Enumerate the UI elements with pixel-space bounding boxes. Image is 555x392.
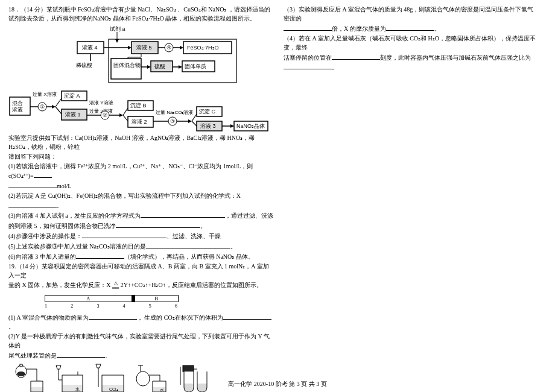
blank-18-5[interactable]	[146, 241, 230, 248]
q19-header: 19.（14 分）某容积固定的密闭容器由可移动的活塞隔成 A、B 两室，向 B …	[8, 262, 274, 280]
q18-p5: (5)上述实验步骤③中加入过量 Na₂CO₃溶液的目的是。	[8, 241, 274, 251]
svg-text:沉淀 A: 沉淀 A	[64, 93, 80, 99]
svg-text:③: ③	[170, 118, 175, 124]
apparatus-d: 水 D	[135, 363, 168, 392]
piston-room-b: B	[135, 296, 178, 302]
sol4: 溶液 4	[82, 45, 98, 51]
svg-text:①: ①	[40, 104, 45, 110]
q19-p3: （3）实验测得反应后 A 室混合气体的质量为 48g，则该混合气体的密度是同温同…	[284, 5, 537, 23]
q18-p3: (3)向溶液 4 加入试剂 a，发生反应的化学方程式为，通过过滤、洗涤	[8, 210, 274, 220]
solid-elem: 固体单质	[185, 63, 206, 69]
apparatus-b: 水 B	[53, 363, 86, 392]
blank-18-6[interactable]	[76, 251, 124, 259]
feso4: FeSO₄·7H₂O	[187, 45, 219, 51]
svg-line-56	[192, 121, 197, 126]
q18-p4: (4)步骤④中涉及的操作是：、过滤、洗涤、干燥	[8, 231, 274, 241]
blank-19-3b[interactable]	[386, 24, 434, 31]
svg-rect-66	[31, 387, 43, 392]
svg-text:②: ②	[103, 112, 107, 118]
q18-p2: (2)若沉淀 A 是 Cu(OH)₂、Fe(OH)₂的混合物，写出实验流程中下列…	[8, 191, 274, 210]
svg-text:溶液 2: 溶液 2	[132, 119, 147, 125]
q19-p2b: 尾气处理装置的是。	[8, 350, 274, 360]
op4: ④	[166, 45, 171, 51]
q18-p1: (1)若该混合溶液中，测得 Fe²⁺浓度为 2 mol/L，Cu²⁺、Na⁺ 、…	[8, 162, 274, 180]
blank-19-2[interactable]	[57, 350, 105, 358]
blank-18-3a[interactable]	[141, 210, 225, 218]
svg-marker-60	[230, 124, 234, 128]
svg-marker-7	[180, 46, 183, 49]
svg-text:沉淀 B: 沉淀 B	[130, 103, 147, 109]
blank-18-4[interactable]	[82, 231, 166, 238]
svg-marker-50	[188, 119, 192, 123]
dil-h2so4: 稀硫酸	[76, 62, 92, 68]
svg-text:混合: 混合	[12, 100, 23, 106]
q18-diagram-lower: 混合 溶液 过量 X溶液 ① 沉淀 A 溶液 1 溶液 Y溶液 过量 2溶液 ②	[8, 89, 268, 133]
q19-header2: 量的 X 固体，加热，发生化学反应：X △ ══ 2Y↑+CO₂↑+H₂O↑，反…	[8, 280, 274, 291]
svg-marker-21	[179, 65, 182, 69]
svg-text:溶液 Y溶液: 溶液 Y溶液	[89, 100, 113, 106]
q19-p2a: (2)Y 是一种极易溶于水的有刺激性气味气体，实验室需要进行尾气处理，下列装置可…	[8, 332, 274, 350]
svg-rect-76	[197, 384, 207, 391]
blank-19-4a[interactable]	[332, 52, 380, 60]
svg-point-64	[17, 371, 25, 376]
svg-text:CCl₄: CCl₄	[109, 387, 118, 391]
q18-answer-prompt: 请回答下列问题：	[8, 152, 274, 161]
left-column: 18．（14 分）某试剂瓶中 FeSO₄溶液中含有少量 NaCl、Na₂SO₄ …	[8, 5, 274, 379]
svg-text:沉淀 C: 沉淀 C	[199, 109, 216, 115]
svg-rect-75	[184, 384, 194, 391]
q18-reagents: 实验室只提供如下试剂：Ca(OH)₂溶液，NaOH 溶液，AgNO₃溶液，BaC…	[8, 133, 274, 151]
apparatus-e: E	[176, 363, 209, 392]
svg-line-33	[56, 107, 62, 114]
h2so4: 硫酸	[154, 63, 165, 69]
blank-18-2[interactable]	[8, 200, 57, 207]
apparatus-c: CCl₄ C	[94, 363, 127, 392]
svg-marker-27	[52, 105, 56, 109]
blank-18-3b[interactable]	[116, 221, 200, 228]
blank-19-1b[interactable]	[223, 312, 271, 320]
excessX: 过量 X溶液	[33, 92, 57, 97]
svg-text:溶液 1: 溶液 1	[65, 112, 81, 118]
svg-marker-4	[128, 46, 132, 49]
svg-text:过量 Na₂CO₃溶液: 过量 Na₂CO₃溶液	[156, 110, 193, 115]
svg-point-71	[136, 371, 150, 386]
svg-marker-1	[115, 39, 119, 43]
svg-marker-39	[119, 113, 123, 117]
svg-rect-74	[183, 365, 194, 371]
piston-diagram: A B	[45, 295, 179, 302]
svg-text:NaNO₃晶体: NaNO₃晶体	[236, 123, 265, 129]
svg-line-30	[56, 98, 62, 107]
blank-19-1a[interactable]	[89, 312, 137, 320]
sol5: 溶液 5	[136, 45, 152, 51]
blank-18-1[interactable]	[34, 171, 52, 178]
apparatus-a: A	[12, 363, 45, 392]
svg-line-42	[123, 108, 128, 115]
reagent-a-label: 试剂 a	[110, 26, 125, 32]
q18-p6: (6)向溶液 3 中加入适量的（填化学式），再结晶，从而获得 NaNO₃ 晶体。	[8, 251, 274, 261]
blank-18-1b[interactable]	[8, 181, 57, 188]
svg-text:水: 水	[75, 387, 80, 391]
svg-line-45	[123, 115, 128, 121]
q19-p1: (1) A 室混合气体的物质的量为， 生成的 CO₂在标况下的体积为。	[8, 312, 274, 331]
svg-text:溶液 3: 溶液 3	[200, 123, 216, 129]
svg-text:水: 水	[160, 388, 164, 392]
piston-room-a: A	[45, 296, 132, 302]
svg-marker-18	[147, 65, 151, 69]
q18-header: 18．（14 分）某试剂瓶中 FeSO₄溶液中含有少量 NaCl、Na₂SO₄ …	[8, 5, 274, 23]
svg-text:溶液: 溶液	[12, 107, 23, 113]
svg-rect-65	[20, 364, 22, 367]
piston-scale: 123456	[45, 303, 177, 309]
svg-text:固体混合物: 固体混合物	[113, 62, 141, 68]
reaction-arrow: △ ══	[112, 281, 119, 291]
q18-diagram-upper: 试剂 a 溶液 4 溶液 5 ④ FeSO₄·7H₂O 稀硫酸	[75, 25, 334, 86]
